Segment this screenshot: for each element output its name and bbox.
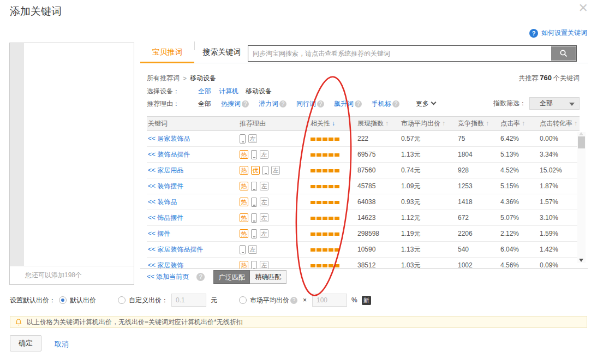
left-badge: 左 bbox=[260, 198, 268, 206]
avg-price-cell: 1.19元 bbox=[400, 229, 457, 238]
search-button[interactable] bbox=[551, 46, 576, 61]
column-header[interactable]: 竞争指数↑ bbox=[457, 119, 499, 128]
keyword-add-link[interactable]: << 饰品摆件 bbox=[148, 214, 183, 222]
summary-prefix: 共推荐 bbox=[518, 74, 538, 82]
help-icon[interactable]: ? bbox=[279, 100, 286, 108]
left-badge: 左 bbox=[260, 150, 268, 159]
tab-product-recommend[interactable]: 宝贝推词 bbox=[140, 43, 194, 62]
column-label: 市场平均出价 bbox=[401, 120, 440, 127]
keyword-add-link[interactable]: << 摆件 bbox=[148, 230, 170, 237]
market-percent-input[interactable] bbox=[312, 294, 347, 307]
sort-asc-icon: ↑ bbox=[574, 120, 577, 127]
device-option-pc[interactable]: 计算机 bbox=[219, 87, 238, 96]
search-box bbox=[248, 45, 577, 62]
relevance-bar bbox=[317, 153, 321, 157]
chevron-down-icon bbox=[431, 100, 437, 105]
selected-keywords-panel[interactable]: 您还可以添加198个 bbox=[9, 43, 134, 285]
close-icon[interactable]: ✕ bbox=[578, 1, 588, 15]
relevance-bar bbox=[329, 248, 333, 252]
help-icon[interactable]: ? bbox=[196, 273, 205, 281]
keyword-add-link[interactable]: << 装饰摆件 bbox=[148, 182, 183, 190]
reason-option-mobile-tag[interactable]: 手机标 bbox=[372, 99, 391, 109]
search-input[interactable] bbox=[248, 46, 551, 61]
column-header[interactable]: 点击率↑ bbox=[499, 119, 539, 128]
relevance-bar bbox=[323, 185, 327, 188]
relevance-bar bbox=[317, 169, 321, 172]
relevance-bar bbox=[329, 153, 333, 157]
market-percent-unit: % bbox=[351, 296, 357, 304]
column-header[interactable]: 点击转化率↑ bbox=[539, 119, 580, 128]
relevance-bar bbox=[311, 248, 315, 252]
reason-option-all[interactable]: 全部 bbox=[198, 99, 211, 109]
reason-option-peer[interactable]: 同行词 bbox=[296, 99, 316, 109]
relevance-bar bbox=[323, 248, 327, 252]
help-link[interactable]: ? 如何设置关键词 bbox=[529, 28, 587, 38]
keyword-add-link[interactable]: << 装饰品摆件 bbox=[148, 151, 190, 158]
warning-text: 以上价格为关键词计算机出价，无线出价=关键词对应计算机出价*无线折扣 bbox=[27, 318, 243, 327]
table-row: << 家居装饰热左385121.03元10024.56%0.09% bbox=[147, 258, 580, 268]
tab-search-keywords[interactable]: 搜索关键词 bbox=[195, 43, 249, 62]
impression-cell: 14623 bbox=[356, 214, 400, 222]
phone-badge bbox=[240, 134, 246, 144]
confirm-button[interactable]: 确定 bbox=[10, 335, 41, 351]
column-header[interactable]: 展现指数↑ bbox=[356, 119, 400, 128]
impression-cell: 38512 bbox=[356, 261, 400, 268]
hot-badge: 热 bbox=[240, 198, 248, 206]
index-filter-dropdown[interactable]: 全部 bbox=[529, 97, 580, 110]
keyword-add-link[interactable]: << 家居装饰 bbox=[148, 261, 183, 269]
custom-bid-radio[interactable] bbox=[118, 296, 126, 304]
keyword-add-link[interactable]: << 装饰品 bbox=[148, 198, 177, 206]
reason-option-potential[interactable]: 潜力词 bbox=[259, 99, 278, 109]
reason-option-hot[interactable]: 热搜词 bbox=[221, 99, 241, 109]
help-icon[interactable]: ? bbox=[290, 297, 297, 304]
default-bid-radio[interactable] bbox=[59, 296, 67, 304]
help-icon[interactable]: ? bbox=[242, 100, 249, 108]
help-icon[interactable]: ? bbox=[392, 100, 399, 108]
keyword-add-link[interactable]: << 家居用品 bbox=[148, 166, 183, 174]
cvr-cell: 3.10% bbox=[539, 214, 580, 222]
competition-cell: 928 bbox=[457, 166, 499, 174]
table-scrollbar[interactable] bbox=[577, 132, 586, 263]
phone-badge bbox=[251, 261, 257, 269]
relevance-bar bbox=[335, 201, 339, 204]
cvr-cell: 15.02% bbox=[539, 166, 580, 174]
column-label: 竞争指数 bbox=[458, 120, 484, 127]
reason-filter-label: 推荐理由： bbox=[147, 99, 186, 109]
add-current-page-link[interactable]: << 添加当前页 bbox=[147, 272, 189, 282]
table-row: << 装饰品热左640380.93元14184.36%1.57% bbox=[147, 194, 580, 210]
left-badge: 左 bbox=[260, 229, 268, 238]
relevance-bar bbox=[329, 201, 333, 204]
device-option-all[interactable]: 全部 bbox=[198, 87, 211, 96]
impression-cell: 10590 bbox=[356, 246, 400, 253]
reason-badges: 左 bbox=[238, 134, 309, 144]
competition-cell: 2206 bbox=[457, 230, 499, 237]
scrollbar-thumb[interactable] bbox=[578, 136, 585, 148]
scroll-down-icon[interactable] bbox=[579, 259, 583, 262]
keywords-gutter bbox=[10, 43, 24, 266]
help-icon[interactable]: ? bbox=[355, 100, 362, 108]
broad-match-button[interactable]: 广泛匹配 bbox=[213, 270, 250, 284]
competition-cell: 1804 bbox=[457, 151, 499, 158]
help-icon[interactable]: ? bbox=[317, 100, 324, 108]
device-option-mobile[interactable]: 移动设备 bbox=[246, 87, 272, 96]
avg-price-cell: 0.93元 bbox=[400, 198, 457, 207]
column-header[interactable]: 市场平均出价↑ bbox=[400, 119, 457, 128]
warning-banner: 以上价格为关键词计算机出价，无线出价=关键词对应计算机出价*无线折扣 bbox=[10, 316, 587, 328]
reason-option-surging[interactable]: 飙升词 bbox=[334, 99, 354, 109]
breadcrumb-current: 移动设备 bbox=[190, 74, 216, 83]
custom-bid-input[interactable] bbox=[171, 294, 206, 307]
table-row: << 饰品摆件热左146231.12元6725.07%3.10% bbox=[147, 210, 580, 226]
hot-badge: 热 bbox=[240, 150, 248, 159]
more-dropdown[interactable]: 更多 bbox=[416, 99, 435, 109]
keyword-add-link[interactable]: << 居家装饰品 bbox=[148, 135, 190, 142]
relevance-bar bbox=[311, 217, 315, 220]
breadcrumb-parent[interactable]: 所有推荐词 bbox=[147, 74, 180, 83]
scroll-up-icon[interactable] bbox=[579, 132, 583, 135]
column-header[interactable]: 相关性↓ bbox=[309, 119, 356, 128]
exact-match-button[interactable]: 精确匹配 bbox=[250, 270, 286, 284]
keyword-add-link[interactable]: << 家居装饰品摆件 bbox=[148, 246, 203, 253]
market-bid-radio[interactable] bbox=[239, 296, 247, 304]
relevance-bars bbox=[309, 166, 356, 174]
table-body: << 居家装饰品左2220.57元756.42%0.00%<< 装饰品摆件热左6… bbox=[147, 131, 580, 268]
cancel-link[interactable]: 取消 bbox=[55, 339, 69, 349]
